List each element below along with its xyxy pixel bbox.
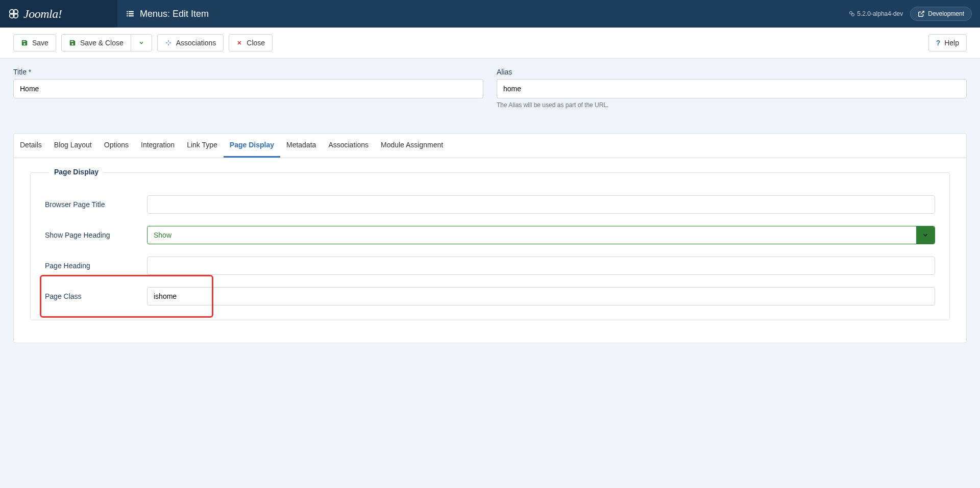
svg-rect-7: [129, 13, 134, 14]
show-page-heading-value: Show: [148, 226, 916, 244]
page-class-row: Page Class: [45, 287, 935, 305]
browser-page-title-label: Browser Page Title: [45, 200, 147, 209]
tab-row: DetailsBlog LayoutOptionsIntegrationLink…: [14, 134, 966, 158]
svg-line-12: [921, 11, 924, 14]
svg-rect-5: [129, 11, 134, 12]
help-icon: ?: [936, 39, 941, 47]
title-input[interactable]: [13, 79, 483, 98]
browser-page-title-input-wrap: [147, 195, 935, 214]
svg-rect-6: [127, 13, 128, 14]
page-class-label: Page Class: [45, 292, 147, 300]
list-icon: [126, 9, 135, 18]
external-link-icon: [918, 10, 925, 17]
toolbar: Save Save & Close Associations Close ? H…: [0, 28, 980, 59]
page-heading-input[interactable]: [147, 256, 935, 275]
form-area: Title * Alias The Alias will be used as …: [0, 59, 980, 124]
tabs-card: DetailsBlog LayoutOptionsIntegrationLink…: [13, 133, 967, 343]
svg-rect-4: [127, 11, 128, 12]
associations-label: Associations: [176, 39, 216, 47]
development-badge[interactable]: Development: [910, 7, 972, 21]
title-label: Title *: [13, 68, 483, 76]
page-heading-row: Page Heading: [45, 256, 935, 275]
toolbar-spacer: [278, 34, 923, 52]
page-title: Menus: Edit Item: [117, 9, 209, 19]
title-alias-row: Title * Alias The Alias will be used as …: [13, 68, 967, 109]
browser-page-title-input[interactable]: [147, 195, 935, 214]
brand-text: Joomla!: [23, 7, 62, 21]
browser-page-title-row: Browser Page Title: [45, 195, 935, 214]
tab-page-display[interactable]: Page Display: [224, 134, 280, 158]
save-icon: [21, 39, 28, 46]
save-icon: [69, 39, 76, 46]
tab-integration[interactable]: Integration: [135, 134, 181, 158]
svg-point-11: [852, 14, 854, 16]
version-badge[interactable]: 5.2.0-alpha4-dev: [849, 10, 903, 17]
save-label: Save: [32, 39, 48, 47]
page-heading-input-wrap: [147, 256, 935, 275]
page-heading-label: Page Heading: [45, 262, 147, 270]
close-icon: [236, 40, 242, 46]
title-field-wrap: Title *: [13, 68, 483, 109]
close-button[interactable]: Close: [229, 34, 273, 52]
joomla-icon: [8, 8, 19, 19]
svg-rect-9: [129, 15, 134, 16]
help-button[interactable]: ? Help: [928, 34, 967, 52]
tab-options[interactable]: Options: [98, 134, 135, 158]
page-class-input-wrap: [147, 287, 935, 305]
svg-point-10: [850, 12, 852, 14]
select-toggle-button[interactable]: [916, 226, 935, 244]
help-label: Help: [944, 39, 959, 47]
page-display-fieldset: Page Display Browser Page Title Show Pag…: [30, 172, 950, 320]
top-bar: Joomla! Menus: Edit Item 5.2.0-alpha4-de…: [0, 0, 980, 28]
associations-button[interactable]: Associations: [157, 34, 224, 52]
associations-icon: [165, 39, 172, 46]
version-text: 5.2.0-alpha4-dev: [857, 10, 903, 17]
chevron-down-icon: [922, 232, 929, 239]
show-page-heading-row: Show Page Heading Show: [45, 226, 935, 244]
alias-input[interactable]: [497, 79, 967, 98]
alias-field-wrap: Alias The Alias will be used as part of …: [497, 68, 967, 109]
joomla-small-icon: [849, 11, 855, 17]
tab-blog-layout[interactable]: Blog Layout: [48, 134, 98, 158]
tab-metadata[interactable]: Metadata: [280, 134, 322, 158]
save-close-label: Save & Close: [80, 39, 124, 47]
close-label: Close: [247, 39, 265, 47]
svg-rect-8: [127, 15, 128, 16]
save-close-group: Save & Close: [61, 34, 152, 52]
tab-associations[interactable]: Associations: [322, 134, 375, 158]
save-dropdown-button[interactable]: [131, 34, 152, 52]
save-button[interactable]: Save: [13, 34, 56, 52]
save-close-button[interactable]: Save & Close: [61, 34, 131, 52]
alias-hint: The Alias will be used as part of the UR…: [497, 101, 967, 109]
top-right: 5.2.0-alpha4-dev Development: [849, 7, 980, 21]
page-title-text: Menus: Edit Item: [140, 9, 209, 19]
chevron-down-icon: [138, 40, 144, 46]
alias-label: Alias: [497, 68, 967, 76]
page-class-input[interactable]: [147, 287, 935, 305]
show-page-heading-select[interactable]: Show: [147, 226, 935, 244]
dev-badge-text: Development: [928, 10, 964, 17]
page-display-panel: Page Display Browser Page Title Show Pag…: [14, 158, 966, 343]
brand-logo[interactable]: Joomla!: [0, 0, 117, 28]
tab-link-type[interactable]: Link Type: [181, 134, 224, 158]
tab-details[interactable]: Details: [14, 134, 48, 158]
fieldset-legend: Page Display: [49, 168, 104, 176]
tab-module-assignment[interactable]: Module Assignment: [375, 134, 449, 158]
show-page-heading-label: Show Page Heading: [45, 231, 147, 239]
